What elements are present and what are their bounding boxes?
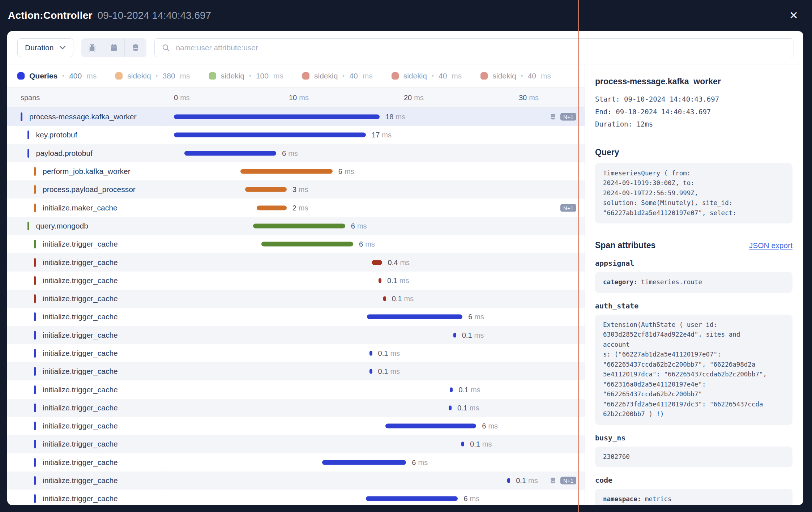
span-name-cell: initialize.trigger_cache xyxy=(7,272,162,290)
span-name: initialize.trigger_cache xyxy=(43,294,118,303)
duration-label: 6ms xyxy=(338,167,354,176)
attribute-line: 2302760 xyxy=(603,452,785,462)
legend-value: 100 xyxy=(256,72,269,80)
table-row[interactable]: initialize.trigger_cache0.4ms xyxy=(7,253,585,271)
tick-unit: ms xyxy=(180,94,190,102)
query-line: TimeseriesQuery ( from: xyxy=(603,168,785,179)
span-name: initialize.trigger_cache xyxy=(43,404,118,412)
span-name: initialize.maker_cache xyxy=(43,204,117,212)
table-row[interactable]: perform_job.kafka_worker6ms xyxy=(7,162,585,180)
attribute-key: appsignal xyxy=(595,259,792,268)
table-row[interactable]: process.payload_processor3ms xyxy=(7,180,585,199)
span-name: payload.protobuf xyxy=(36,149,93,158)
span-timeline-cell: 6ms xyxy=(162,490,585,505)
span-name: initialize.trigger_cache xyxy=(43,331,118,340)
span-name: initialize.trigger_cache xyxy=(43,312,118,321)
legend-item[interactable]: sidekiq•40ms xyxy=(392,72,462,80)
duration-bar xyxy=(257,205,287,210)
table-row[interactable]: initialize.trigger_cache6ms xyxy=(7,453,585,472)
duration-dropdown[interactable]: Duration xyxy=(17,38,73,57)
bug-icon[interactable] xyxy=(81,38,103,57)
span-group-marker xyxy=(27,149,29,158)
span-name-cell: initialize.trigger_cache xyxy=(7,490,162,505)
span-rows: process-message.kafka_worker18msN+1key.p… xyxy=(7,108,585,505)
database-icon[interactable] xyxy=(125,38,146,57)
legend-item[interactable]: Queries•400ms xyxy=(17,72,97,80)
span-name-cell: payload.protobuf xyxy=(7,144,162,162)
time-axis-tick: 30ms xyxy=(519,94,539,102)
duration-label: 6ms xyxy=(282,149,298,157)
legend-item[interactable]: sidekiq•100ms xyxy=(209,72,283,80)
table-row[interactable]: initialize.trigger_cache6ms xyxy=(7,308,585,326)
table-row[interactable]: initialize.trigger_cache0.1ms xyxy=(7,435,585,453)
duration-unit: ms xyxy=(382,131,392,139)
table-row[interactable]: initialize.trigger_cache0.1ms xyxy=(7,344,585,362)
table-row[interactable]: initialize.trigger_cache6ms xyxy=(7,490,585,505)
duration-unit: ms xyxy=(400,258,410,266)
duration-value: 6 xyxy=(468,313,472,321)
legend-separator-dot: • xyxy=(342,72,345,80)
attribute-value-box: category: timeseries.route xyxy=(595,272,792,293)
span-group-marker xyxy=(34,204,36,212)
duration-label: 0.1ms xyxy=(378,367,400,376)
duration-value: 3 xyxy=(292,185,296,194)
legend-unit: ms xyxy=(273,72,283,80)
duration-unit: ms xyxy=(470,495,480,503)
table-row[interactable]: initialize.trigger_cache6ms xyxy=(7,417,585,435)
table-row[interactable]: initialize.trigger_cache0.1msN+1 xyxy=(7,472,585,490)
span-group-marker xyxy=(34,440,36,448)
legend-item[interactable]: sidekiq•380ms xyxy=(115,72,190,80)
attribute-value-box: Extension(AuthState ( user id:6303d2852c… xyxy=(595,315,792,425)
tick-value: 10 xyxy=(289,94,297,102)
duration-bar xyxy=(369,369,372,374)
attribute-value-box: 2302760 xyxy=(595,447,792,468)
span-detail-title: process-message.kafka_worker xyxy=(595,77,792,86)
duration-value: 6 xyxy=(412,458,416,466)
calendar-icon[interactable] xyxy=(103,38,125,57)
attribute-sub-key: category: xyxy=(603,278,637,286)
span-group-marker xyxy=(34,331,36,340)
span-name: initialize.trigger_cache xyxy=(43,367,118,376)
duration-value: 17 xyxy=(372,131,380,139)
table-row[interactable]: initialize.trigger_cache0.1ms xyxy=(7,272,585,290)
span-name: process.payload_processor xyxy=(43,185,136,194)
table-row[interactable]: initialize.trigger_cache0.1ms xyxy=(7,362,585,380)
table-row[interactable]: process-message.kafka_worker18msN+1 xyxy=(7,108,585,126)
query-line: 2024-09-19T22:56:59.999Z, xyxy=(603,188,785,199)
query-box: TimeseriesQuery ( from:2024-09-1919:30:0… xyxy=(595,163,792,224)
duration-bar xyxy=(322,460,406,465)
table-row[interactable]: initialize.trigger_cache0.1ms xyxy=(7,399,585,417)
legend-swatch xyxy=(17,72,25,80)
duration-label: 0.1ms xyxy=(387,276,409,285)
table-row[interactable]: key.protobuf17ms xyxy=(7,126,585,144)
legend-item[interactable]: sidekiq•40ms xyxy=(302,72,373,80)
table-row[interactable]: initialize.trigger_cache6ms xyxy=(7,235,585,253)
table-row[interactable]: query.mongodb6ms xyxy=(7,217,585,235)
table-row[interactable]: initialize.trigger_cache0.1ms xyxy=(7,290,585,308)
query-line: "66227ab1d2a5e41120197e07", select: xyxy=(603,208,785,218)
duration-unit: ms xyxy=(390,367,400,376)
table-row[interactable]: initialize.trigger_cache0.1ms xyxy=(7,326,585,344)
span-group-marker xyxy=(34,185,36,194)
duration-label: 0.1ms xyxy=(470,440,492,448)
span-name-cell: initialize.trigger_cache xyxy=(7,235,162,253)
duration-bar xyxy=(253,223,345,228)
legend-unit: ms xyxy=(86,72,97,80)
legend-swatch xyxy=(392,72,399,80)
table-row[interactable]: initialize.maker_cache2msN+1 xyxy=(7,199,585,217)
time-marker-line[interactable] xyxy=(578,0,579,512)
json-export-link[interactable]: JSON export xyxy=(749,241,792,250)
legend-swatch xyxy=(302,72,309,80)
table-row[interactable]: initialize.trigger_cache0.1ms xyxy=(7,380,585,398)
span-name-cell: initialize.trigger_cache xyxy=(7,380,162,398)
legend-value: 380 xyxy=(163,72,175,80)
table-row[interactable]: payload.protobuf6ms xyxy=(7,144,585,162)
span-group-marker xyxy=(27,131,29,139)
duration-unit: ms xyxy=(299,204,308,212)
n-plus-one-badge: N+1 xyxy=(560,113,576,121)
span-name-cell: initialize.trigger_cache xyxy=(7,435,162,453)
search-input[interactable] xyxy=(175,43,786,52)
span-timeline-cell: 0.1msN+1 xyxy=(162,472,585,490)
close-icon[interactable]: ✕ xyxy=(788,9,800,22)
legend-item[interactable]: sidekiq•40ms xyxy=(480,72,551,80)
